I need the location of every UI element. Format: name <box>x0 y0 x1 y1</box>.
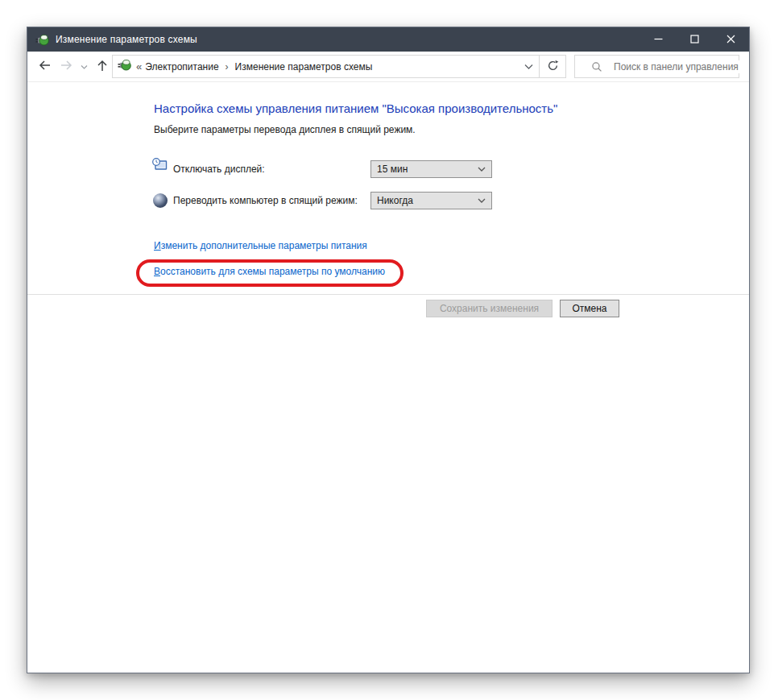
window-controls <box>640 27 749 52</box>
window-title: Изменение параметров схемы <box>56 34 197 45</box>
footer-divider <box>27 294 749 295</box>
link-text: зменить дополнительные параметры питания <box>161 240 367 251</box>
refresh-icon <box>547 60 559 74</box>
sleep-mode-label: Переводить компьютер в спящий режим: <box>173 195 358 206</box>
maximize-button[interactable] <box>677 27 713 52</box>
chevron-down-icon <box>524 60 533 72</box>
titlebar[interactable]: Изменение параметров схемы <box>27 27 749 52</box>
minimize-icon <box>654 34 663 46</box>
chevron-down-icon <box>478 164 486 175</box>
back-button[interactable] <box>34 55 56 79</box>
display-off-value: 15 мин <box>377 164 408 175</box>
close-button[interactable] <box>713 27 749 52</box>
nav-buttons <box>34 52 113 81</box>
up-button[interactable] <box>91 55 113 79</box>
chevron-down-icon <box>81 60 88 72</box>
save-changes-button[interactable]: Сохранить изменения <box>426 300 553 317</box>
search-box <box>574 55 739 78</box>
minimize-button[interactable] <box>640 27 677 52</box>
link-accel: В <box>154 266 160 277</box>
power-plug-icon <box>35 34 49 46</box>
display-clock-icon <box>151 157 168 176</box>
chevron-down-icon <box>478 195 486 206</box>
address-dropdown-button[interactable] <box>518 56 539 77</box>
forward-icon <box>60 59 73 74</box>
link-text: осстановить для схемы параметры по умолч… <box>160 266 385 277</box>
breadcrumb: « Электропитание › Изменение параметров … <box>136 60 374 72</box>
sleep-moon-icon <box>153 193 168 208</box>
page-title: Настройка схемы управления питанием "Выс… <box>154 101 557 115</box>
sleep-mode-select[interactable]: Никогда <box>370 192 492 209</box>
display-off-label: Отключать дисплей: <box>173 164 265 175</box>
page-subtitle: Выберите параметры перевода дисплея в сп… <box>154 124 416 135</box>
sleep-mode-value: Никогда <box>377 195 413 206</box>
power-plug-icon <box>118 59 131 74</box>
link-accel: И <box>154 240 161 251</box>
up-icon <box>96 59 109 75</box>
advanced-power-settings-link[interactable]: Изменить дополнительные параметры питани… <box>154 240 367 251</box>
breadcrumb-separator-icon: › <box>221 61 234 72</box>
back-icon <box>38 59 52 74</box>
recent-pages-dropdown[interactable] <box>77 55 91 79</box>
cancel-button[interactable]: Отмена <box>560 300 619 317</box>
restore-default-settings-link[interactable]: Восстановить для схемы параметры по умол… <box>154 266 385 277</box>
refresh-button[interactable] <box>539 56 565 77</box>
address-bar-group: « Электропитание › Изменение параметров … <box>112 55 566 78</box>
forward-button[interactable] <box>56 55 77 79</box>
navigation-toolbar: « Электропитание › Изменение параметров … <box>27 52 749 82</box>
address-bar[interactable]: « Электропитание › Изменение параметров … <box>113 56 518 77</box>
breadcrumb-collapse-chevrons[interactable]: « <box>136 60 143 72</box>
maximize-icon <box>690 34 699 46</box>
search-input[interactable] <box>612 60 740 73</box>
display-off-select[interactable]: 15 мин <box>370 160 492 178</box>
breadcrumb-item-power-options[interactable]: Электропитание <box>143 61 220 72</box>
close-icon <box>726 34 735 46</box>
search-icon <box>591 61 602 72</box>
breadcrumb-item-edit-plan[interactable]: Изменение параметров схемы <box>234 61 375 72</box>
edit-plan-settings-window: Изменение параметров схемы <box>27 27 750 673</box>
